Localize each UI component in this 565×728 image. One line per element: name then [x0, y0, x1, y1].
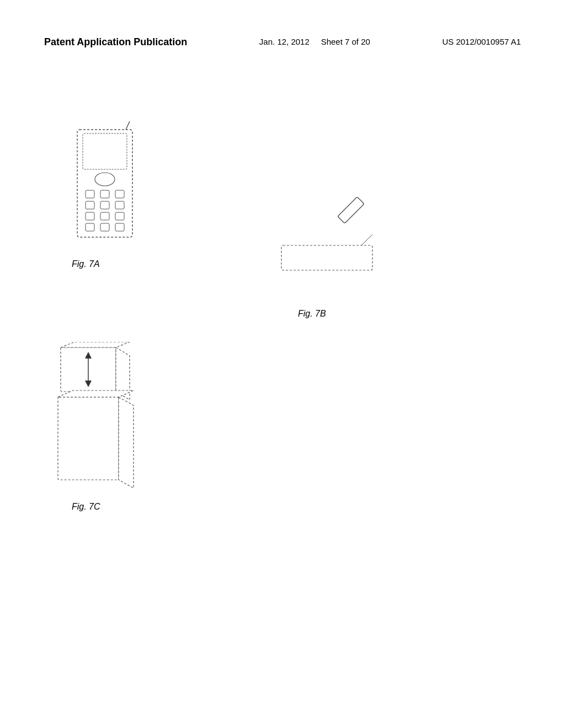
- publication-title: Patent Application Publication: [44, 35, 187, 49]
- svg-rect-15: [115, 223, 124, 231]
- page-header: Patent Application Publication Jan. 12, …: [0, 35, 565, 49]
- svg-line-0: [126, 121, 130, 130]
- svg-rect-25: [58, 397, 119, 480]
- svg-rect-16: [281, 245, 372, 270]
- svg-rect-11: [100, 212, 109, 220]
- svg-rect-5: [100, 190, 109, 198]
- svg-rect-7: [86, 201, 94, 209]
- svg-rect-4: [86, 190, 94, 198]
- svg-rect-9: [115, 201, 124, 209]
- svg-rect-12: [115, 212, 124, 220]
- fig7a-label: Fig. 7A: [72, 259, 100, 269]
- svg-point-3: [95, 173, 115, 186]
- svg-rect-8: [100, 201, 109, 209]
- fig7c-label: Fig. 7C: [72, 502, 100, 512]
- svg-rect-2: [83, 133, 127, 169]
- svg-rect-13: [86, 223, 94, 231]
- svg-marker-21: [61, 342, 130, 347]
- sheet-info: Jan. 12, 2012 Sheet 7 of 20: [259, 35, 370, 49]
- svg-rect-14: [100, 223, 109, 231]
- svg-rect-10: [86, 212, 94, 220]
- svg-marker-26: [119, 397, 134, 488]
- patent-number: US 2012/0010957 A1: [442, 35, 521, 49]
- svg-line-18: [361, 234, 372, 245]
- svg-rect-17: [338, 197, 364, 223]
- fig7a-diagram: [44, 121, 166, 261]
- fig7b-label: Fig. 7B: [298, 309, 326, 319]
- fig7b-diagram: [270, 182, 425, 295]
- svg-rect-6: [115, 190, 124, 198]
- fig7c-diagram: [44, 342, 154, 499]
